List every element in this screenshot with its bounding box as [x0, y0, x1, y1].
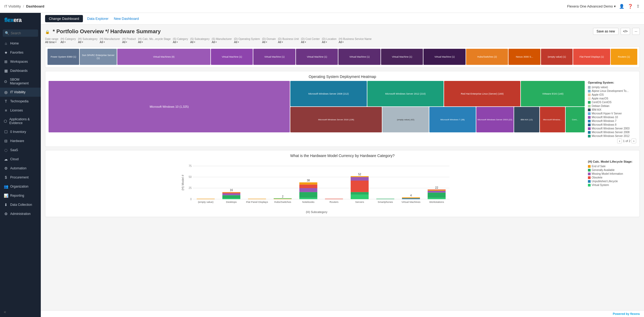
filter-value[interactable]: All ▾ — [122, 40, 136, 44]
heatmap-tile[interactable]: IBM AIX (12) — [514, 107, 539, 132]
bar-segment[interactable] — [222, 195, 240, 198]
bar-segment[interactable] — [428, 190, 446, 191]
sidebar-item-cloud[interactable]: ☁Cloud — [0, 155, 41, 164]
bar-segment[interactable] — [248, 199, 266, 199]
sidebar-item-inventory[interactable]: ☐0 Inventory — [0, 127, 41, 136]
sidebar-item-sbom[interactable]: ⊙SBOM Management — [0, 75, 41, 88]
treemap-tile[interactable]: Virtual Machine (1) — [211, 49, 253, 65]
treemap-tile[interactable]: Virtual Machines (8) — [117, 49, 210, 65]
bar-segment[interactable] — [428, 193, 446, 198]
sidebar-item-automation[interactable]: ⚙Automation — [0, 164, 41, 173]
heatmap-tile[interactable]: Microsoft Windows 7 (38) — [429, 107, 476, 132]
breadcrumb-parent[interactable]: IT Visibility — [4, 4, 21, 8]
treemap-tile[interactable]: Virtual Machine (1) — [253, 49, 295, 65]
treemap-tile[interactable]: Virtual Machine (1) — [296, 49, 338, 65]
heatmap-tile[interactable]: Microsoft Windows Server 2003 (22) — [476, 107, 514, 132]
bar-segment[interactable] — [351, 177, 369, 181]
bar-segment[interactable] — [299, 188, 317, 192]
filter-value[interactable]: All time ▾ — [45, 40, 58, 44]
bar-segment[interactable] — [402, 197, 420, 198]
filter-value[interactable]: All ▾ — [78, 40, 98, 44]
filter-value[interactable]: All ▾ — [278, 40, 299, 44]
heatmap-tile-win10[interactable]: Microsoft Windows 10 (1,325) — [49, 81, 290, 132]
treemap-tile[interactable]: Virtual Machine (1) — [381, 49, 423, 65]
bar-segment[interactable] — [325, 199, 343, 199]
sidebar-item-workspaces[interactable]: ⊞Workspaces — [0, 57, 41, 66]
treemap-tile[interactable]: Flat Panel Displays (1) — [573, 49, 610, 65]
sidebar-item-hardware[interactable]: ⊟Hardware — [0, 136, 41, 146]
heatmap-tile[interactable]: Microsoft Windows Server 2016 (136) — [290, 107, 382, 132]
treemap-tile[interactable]: Nexus 3000 S... — [508, 49, 540, 65]
treemap-tile[interactable]: Routers (1) — [611, 49, 637, 65]
filter-value[interactable]: All ▾ — [262, 40, 276, 44]
collapse-button[interactable]: « — [0, 307, 41, 317]
sidebar-item-saas[interactable]: ◌SaaS — [0, 146, 41, 155]
treemap-tile[interactable]: Sun SPARC Enterprise Server (1) — [80, 49, 116, 65]
sidebar-item-organization[interactable]: 👥Organization — [0, 182, 41, 191]
filter-value[interactable]: All ▾ — [190, 40, 210, 44]
bar-segment[interactable] — [222, 192, 240, 193]
bar-segment[interactable] — [274, 198, 292, 199]
bar-segment[interactable] — [299, 185, 317, 188]
sidebar-item-administration[interactable]: ⚙Administration — [0, 209, 41, 218]
sidebar-item-dashboards[interactable]: ▦Dashboards — [0, 66, 41, 75]
filter-value[interactable]: All ▾ — [100, 40, 120, 44]
sidebar-item-licenses[interactable]: ≡Licenses — [0, 106, 41, 115]
heatmap-tile[interactable]: (empty value) (42) — [382, 107, 429, 132]
more-options-button[interactable]: ··· — [632, 28, 640, 35]
search-input[interactable] — [11, 31, 36, 35]
search-box[interactable]: 🔍 — [3, 29, 38, 37]
bar-segment[interactable] — [222, 193, 240, 193]
save-as-new-button[interactable]: Save as new — [593, 28, 619, 35]
heatmap-tile[interactable]: Red Hat Enterprise Linux (Server) (169) — [444, 81, 520, 106]
sidebar-item-it-visibility[interactable]: ◎IT Visibility — [0, 88, 41, 97]
treemap-tile[interactable]: Virtual Machine (1) — [338, 49, 380, 65]
filter-value[interactable]: All ▾ — [234, 40, 260, 44]
bar-segment[interactable] — [376, 199, 394, 199]
heatmap-tile[interactable]: VMware ESXi (140) — [521, 81, 585, 106]
bar-segment[interactable] — [351, 195, 369, 199]
bar-segment[interactable] — [428, 189, 446, 190]
filter-value[interactable]: All ▾ — [301, 40, 320, 44]
treemap-tile[interactable]: Power System E880 (1) — [47, 49, 79, 65]
sidebar-item-technopedia[interactable]: TTechnopedia — [0, 97, 41, 106]
prev-page-button[interactable]: ‹ — [617, 139, 622, 143]
brand-selector[interactable]: Flexera One Advanced Demo ▾ — [567, 4, 616, 8]
code-button[interactable]: </> — [621, 28, 630, 35]
new-dashboard-button[interactable]: New Dashboard — [113, 15, 140, 22]
sidebar-item-reporting[interactable]: 📊Reporting — [0, 191, 41, 200]
sidebar-item-procurement[interactable]: $Procurement — [0, 173, 41, 182]
treemap-tile[interactable]: Virtual Machine (1) — [423, 49, 466, 65]
sidebar-item-home[interactable]: ⌂Home — [0, 39, 41, 48]
sidebar-item-data-collection[interactable]: ⬇Data Collection — [0, 200, 41, 209]
change-dashboard-button[interactable]: Change Dashboard — [45, 15, 83, 22]
filter-value[interactable]: All ▾ — [60, 40, 76, 44]
share-icon[interactable]: ⇧ — [636, 4, 640, 9]
treemap-tile[interactable]: Hubs/Switches (2) — [466, 49, 508, 65]
sidebar-item-apps-evidence[interactable]: ⬡Applications & Evidence — [0, 115, 41, 127]
filter-value[interactable]: All ▾ — [322, 40, 336, 44]
bar-segment[interactable] — [299, 182, 317, 185]
bar-segment[interactable] — [351, 181, 369, 192]
heatmap-tile[interactable]: Microsoft Window... — [540, 107, 565, 132]
sidebar-item-favorites[interactable]: ★Favorites — [0, 48, 41, 57]
treemap-tile[interactable]: (empty value) (1) — [541, 49, 573, 65]
filter-value[interactable]: All ▾ — [138, 40, 171, 44]
bar-segment[interactable] — [351, 192, 369, 195]
data-explorer-button[interactable]: Data Explorer — [86, 15, 109, 22]
bar-segment[interactable] — [274, 199, 292, 199]
filter-value[interactable]: All ▾ — [212, 40, 232, 44]
filter-value[interactable]: All ▾ — [173, 40, 188, 44]
help-icon[interactable]: ❓ — [628, 4, 633, 9]
bar-segment[interactable] — [299, 192, 317, 198]
filter-value[interactable]: All ▾ — [339, 40, 372, 44]
bar-segment[interactable] — [351, 176, 369, 177]
bar-segment[interactable] — [197, 199, 215, 199]
bar-segment[interactable] — [428, 198, 446, 199]
bar-segment[interactable] — [428, 191, 446, 193]
heatmap-tile[interactable]: Microsoft Windows Server 2012 (210) — [367, 81, 444, 106]
heatmap-tile[interactable]: Microsoft Windows Server 2008 (212) — [290, 81, 367, 106]
heatmap-tile[interactable]: Cent... — [566, 107, 585, 132]
bar-segment[interactable] — [222, 193, 240, 195]
bar-segment[interactable] — [402, 198, 420, 199]
